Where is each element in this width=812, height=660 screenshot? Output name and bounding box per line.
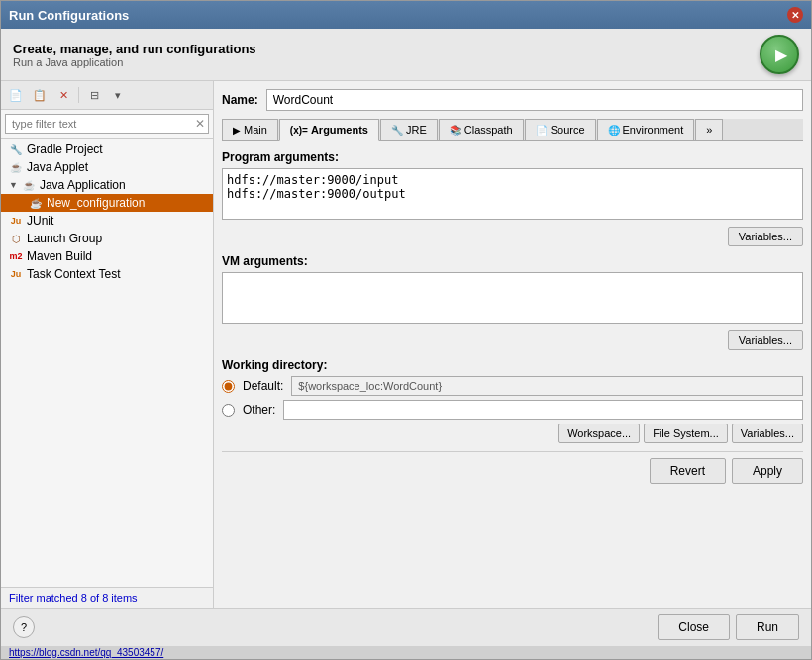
working-dir-variables-button[interactable]: Variables... [732, 424, 803, 443]
tree-item-label: Gradle Project [27, 142, 103, 156]
vm-args-label: VM arguments: [222, 254, 803, 268]
default-radio-row: Default: [222, 376, 803, 396]
tab-environment[interactable]: 🌐 Environment [597, 119, 695, 140]
workspace-button[interactable]: Workspace... [558, 424, 640, 443]
program-args-variables-button[interactable]: Variables... [728, 227, 803, 246]
collapse-button[interactable]: ⊟ [83, 84, 105, 106]
tab-jre[interactable]: 🔧 JRE [380, 119, 438, 140]
main-content: 📄 📋 ✕ ⊟ ▾ ✕ 🔧 Gradle Project ☕ [1, 81, 811, 608]
other-path-input[interactable] [283, 400, 803, 420]
vm-args-input[interactable] [222, 272, 803, 324]
left-panel: 📄 📋 ✕ ⊟ ▾ ✕ 🔧 Gradle Project ☕ [1, 81, 214, 608]
run-shortcut-button[interactable] [760, 35, 799, 74]
tree-item-java-app[interactable]: ▼ ☕ Java Application [1, 176, 213, 194]
default-workspace-input[interactable] [291, 376, 803, 396]
task-icon: Ju [9, 269, 23, 279]
working-dir-section: Working directory: Default: Other: Works… [222, 358, 803, 443]
other-radio[interactable] [222, 404, 235, 417]
left-toolbar: 📄 📋 ✕ ⊟ ▾ [1, 81, 213, 110]
tab-source[interactable]: 📄 Source [525, 119, 596, 140]
tree-item-applet[interactable]: ☕ Java Applet [1, 158, 213, 176]
filter-clear-icon[interactable]: ✕ [195, 117, 205, 131]
working-dir-label: Working directory: [222, 358, 803, 372]
dialog-bottom: ? Close Run [1, 608, 811, 646]
vm-args-section: VM arguments: Variables... [222, 254, 803, 350]
gradle-icon: 🔧 [9, 144, 23, 155]
tree-item-label: JUnit [27, 214, 53, 228]
tree-item-label: Launch Group [27, 232, 102, 245]
vm-args-variables-button[interactable]: Variables... [728, 330, 803, 350]
other-radio-row: Other: [222, 400, 803, 420]
close-button[interactable]: Close [658, 614, 730, 640]
tree-item-junit[interactable]: Ju JUnit [1, 212, 213, 230]
vm-args-variables-row: Variables... [222, 330, 803, 350]
program-args-label: Program arguments: [222, 150, 803, 164]
filter-status: Filter matched 8 of 8 items [1, 587, 213, 608]
top-bar-info: Create, manage, and run configurations R… [13, 42, 256, 68]
tree-item-launch[interactable]: ⬡ Launch Group [1, 230, 213, 247]
launch-icon: ⬡ [9, 234, 23, 244]
revert-button[interactable]: Revert [650, 458, 726, 484]
tab-label: Main [244, 124, 267, 136]
tab-more-label: » [706, 124, 712, 136]
status-bar: https://blog.csdn.net/qq_43503457/ [1, 646, 811, 659]
default-label: Default: [243, 379, 283, 393]
program-args-input[interactable]: hdfs://master:9000/input hdfs://master:9… [222, 168, 803, 220]
tree-item-maven[interactable]: m2 Maven Build [1, 247, 213, 265]
close-icon[interactable]: ✕ [787, 7, 803, 23]
name-input[interactable] [266, 89, 803, 111]
filter-input[interactable] [5, 114, 209, 134]
tree-item-label: Java Applet [27, 160, 88, 174]
tree-item-new-config[interactable]: ☕ New_configuration [1, 194, 213, 212]
tree-item-label: Java Application [40, 178, 126, 192]
tree-item-label: Maven Build [27, 249, 92, 263]
filter-dropdown-button[interactable]: ▾ [107, 84, 129, 106]
dialog-subtitle2: Run a Java application [13, 56, 256, 68]
tree-item-label: Task Context Test [27, 267, 121, 281]
title-bar: Run Configurations ✕ [1, 1, 811, 29]
duplicate-button[interactable]: 📋 [29, 84, 51, 106]
new-config-button[interactable]: 📄 [5, 84, 27, 106]
tab-more[interactable]: » [695, 119, 723, 140]
environment-tab-icon: 🌐 [608, 125, 620, 136]
tab-classpath[interactable]: 📚 Classpath [439, 119, 524, 140]
tab-arguments[interactable]: (x)= Arguments [279, 119, 379, 141]
java-applet-icon: ☕ [9, 162, 23, 173]
filter-box: ✕ [1, 110, 213, 139]
tab-main[interactable]: ▶ Main [222, 119, 278, 140]
working-dir-buttons: Workspace... File System... Variables... [222, 424, 803, 443]
tab-label: JRE [406, 124, 427, 136]
tree-item-label: New_configuration [47, 196, 145, 210]
program-args-section: Program arguments: hdfs://master:9000/in… [222, 150, 803, 246]
jre-tab-icon: 🔧 [391, 125, 403, 136]
junit-icon: Ju [9, 216, 23, 226]
default-radio[interactable] [222, 380, 235, 393]
classpath-tab-icon: 📚 [450, 125, 461, 136]
apply-button[interactable]: Apply [732, 458, 803, 484]
expand-icon: ▼ [9, 180, 18, 190]
dialog-subtitle: Create, manage, and run configurations [13, 42, 256, 56]
tabs-bar: ▶ Main (x)= Arguments 🔧 JRE 📚 Classpath … [222, 119, 803, 141]
file-system-button[interactable]: File System... [644, 424, 728, 443]
name-label: Name: [222, 93, 258, 107]
other-label: Other: [243, 403, 275, 417]
top-bar: Create, manage, and run configurations R… [1, 29, 811, 81]
source-tab-icon: 📄 [536, 125, 548, 136]
tree-item-task-context[interactable]: Ju Task Context Test [1, 265, 213, 283]
arguments-tab-content: Program arguments: hdfs://master:9000/in… [222, 150, 803, 484]
tab-label: Environment [623, 124, 684, 136]
bottom-right-buttons: Close Run [658, 614, 799, 640]
tab-label: Arguments [311, 124, 368, 136]
revert-apply-buttons: Revert Apply [222, 451, 803, 484]
run-button[interactable]: Run [736, 614, 799, 640]
delete-button[interactable]: ✕ [52, 84, 74, 106]
help-button[interactable]: ? [13, 616, 35, 638]
tree-item-gradle[interactable]: 🔧 Gradle Project [1, 141, 213, 158]
tree-view: 🔧 Gradle Project ☕ Java Applet ▼ ☕ Java … [1, 139, 213, 587]
name-row: Name: [222, 89, 803, 111]
run-configurations-dialog: Run Configurations ✕ Create, manage, and… [0, 0, 812, 660]
java-app-icon: ☕ [22, 180, 36, 191]
tab-label: Source [551, 124, 585, 136]
right-panel: Name: ▶ Main (x)= Arguments 🔧 JRE � [214, 81, 811, 608]
args-tab-icon: (x)= [290, 125, 308, 136]
